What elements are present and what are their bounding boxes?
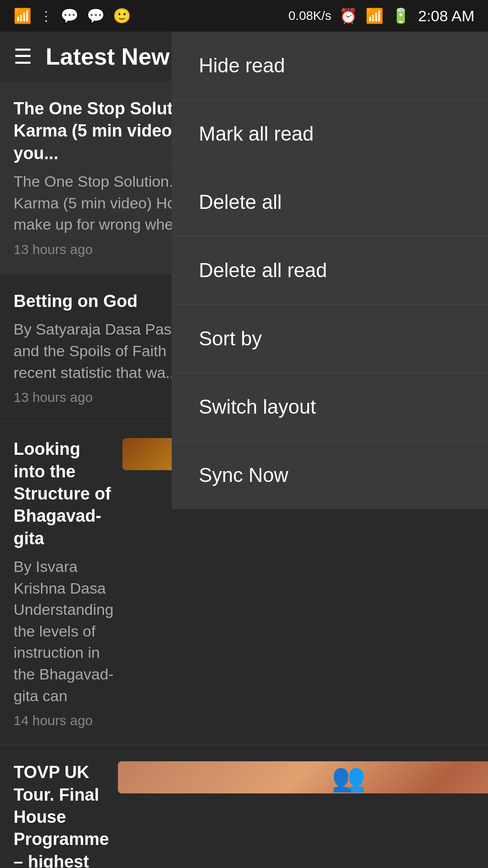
news-thumbnail-4: 👥 [118,761,488,793]
whatsapp-icon: 💬 [61,7,79,24]
news-content-4: TOVP UK Tour. Final House Programme – hi… [14,761,109,868]
dropdown-item-sync-now[interactable]: Sync Now [172,441,488,509]
news-content-3: Looking into the Structure of Bhagavad-g… [14,438,113,728]
news-title-4: TOVP UK Tour. Final House Programme – hi… [14,761,109,868]
status-time: 2:08 AM [418,7,474,25]
more-options-icon: ⋮ [40,9,52,24]
dropdown-menu: Hide read Mark all read Delete all Delet… [172,32,488,509]
message-icon: 💬 [87,7,105,24]
dropdown-item-sort-by[interactable]: Sort by [172,305,488,373]
battery-icon: 🔋 [392,7,410,24]
smiley-icon: 🙂 [113,7,131,24]
menu-icon[interactable]: ☰ [14,44,32,69]
dropdown-item-switch-layout[interactable]: Switch layout [172,373,488,441]
news-title-3: Looking into the Structure of Bhagavad-g… [14,438,113,550]
signal-icon: 📶 [14,7,32,24]
dropdown-item-delete-all-read[interactable]: Delete all read [172,236,488,305]
dropdown-item-hide-read[interactable]: Hide read [172,32,488,100]
network-speed: 0.08K/s [288,9,331,23]
status-right: 0.08K/s ⏰ 📶 🔋 2:08 AM [288,7,474,25]
status-bar: 📶 ⋮ 💬 💬 🙂 0.08K/s ⏰ 📶 🔋 2:08 AM [0,0,488,32]
wifi-icon: 📶 [366,7,384,24]
dropdown-item-delete-all[interactable]: Delete all [172,168,488,236]
status-left: 📶 ⋮ 💬 💬 🙂 [14,7,131,24]
news-time-3: 14 hours ago [14,713,113,728]
alarm-icon: ⏰ [339,7,357,24]
news-item-4[interactable]: TOVP UK Tour. Final House Programme – hi… [0,745,488,868]
dropdown-item-mark-all-read[interactable]: Mark all read [172,100,488,168]
news-excerpt-3: By Isvara Krishna Dasa Understanding the… [14,556,113,707]
